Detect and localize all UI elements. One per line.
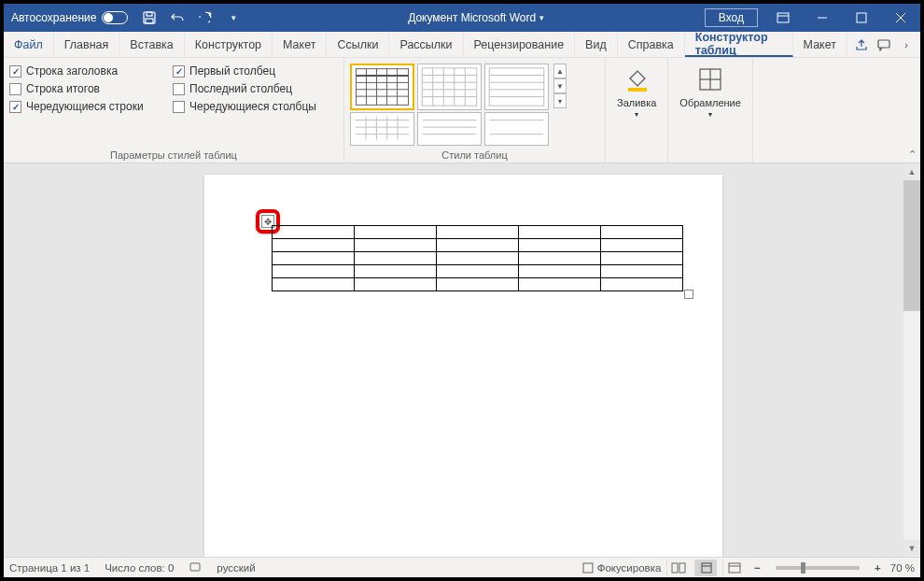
zoom-in-icon[interactable]: + xyxy=(871,562,885,574)
gallery-up-icon[interactable]: ▲ xyxy=(553,64,567,78)
table-style-thumb[interactable] xyxy=(417,112,482,146)
tab-table-design[interactable]: Конструктор таблиц xyxy=(685,32,793,57)
svg-rect-51 xyxy=(672,563,678,573)
check-last-col[interactable]: Последний столбец xyxy=(173,82,316,95)
autosave-toggle[interactable] xyxy=(102,11,128,24)
tab-mailings[interactable]: Рассылки xyxy=(389,32,463,57)
ribbon-display-icon[interactable] xyxy=(763,4,803,32)
group-shading: Заливка ▾ xyxy=(606,58,668,163)
checkbox-icon xyxy=(173,83,185,95)
table-style-thumb[interactable] xyxy=(350,112,414,146)
redo-icon[interactable] xyxy=(191,4,219,32)
ribbon-tabs: Файл Главная Вставка Конструктор Макет С… xyxy=(4,32,920,58)
borders-icon xyxy=(694,64,726,95)
shading-button[interactable]: Заливка ▾ xyxy=(611,62,662,161)
close-icon[interactable] xyxy=(881,4,920,32)
group-table-styles: ▲ ▼ ▾ Стили таблиц xyxy=(344,58,606,163)
svg-rect-6 xyxy=(857,13,866,22)
svg-rect-2 xyxy=(146,19,153,23)
table-styles-gallery[interactable]: ▲ ▼ ▾ xyxy=(350,62,599,110)
table-row[interactable] xyxy=(273,252,683,265)
gallery-more-icon[interactable]: ▾ xyxy=(553,93,567,108)
tab-insert[interactable]: Вставка xyxy=(119,32,184,57)
check-total-row[interactable]: Строка итогов xyxy=(9,82,173,95)
scroll-up-icon[interactable]: ▲ xyxy=(903,163,920,180)
undo-icon[interactable] xyxy=(163,4,191,32)
language[interactable]: русский xyxy=(217,562,255,574)
svg-rect-28 xyxy=(489,68,544,106)
check-banded-rows[interactable]: Чередующиеся строки xyxy=(9,100,173,113)
borders-button[interactable]: Обрамление ▾ xyxy=(674,62,747,161)
table-style-thumb[interactable] xyxy=(484,64,549,110)
svg-rect-53 xyxy=(702,563,711,573)
document-table[interactable] xyxy=(272,225,683,291)
svg-rect-52 xyxy=(679,563,685,573)
scroll-down-icon[interactable]: ▼ xyxy=(903,540,920,557)
gallery-scroll-controls: ▲ ▼ ▾ xyxy=(553,64,567,108)
spellcheck-icon[interactable] xyxy=(189,560,202,575)
zoom-slider[interactable] xyxy=(776,566,860,570)
qat-dropdown-icon[interactable]: ▾ xyxy=(219,4,247,32)
quick-access-toolbar: ▾ xyxy=(135,4,247,32)
gallery-down-icon[interactable]: ▼ xyxy=(553,78,567,93)
zoom-value[interactable]: 70 % xyxy=(890,562,915,574)
table-row[interactable] xyxy=(273,278,683,291)
table-row[interactable] xyxy=(273,226,683,239)
svg-rect-3 xyxy=(777,13,789,22)
table-style-thumb[interactable] xyxy=(417,64,482,110)
svg-rect-1 xyxy=(147,12,152,16)
maximize-icon[interactable] xyxy=(842,4,881,32)
comments-icon[interactable] xyxy=(874,35,894,55)
ribbon-collapse-icon[interactable]: ⌃ xyxy=(908,149,917,161)
title-dropdown-icon[interactable]: ▾ xyxy=(539,13,544,22)
document-area: ✥ ▲ ▼ xyxy=(4,163,920,557)
table-row[interactable] xyxy=(273,265,683,278)
checkbox-icon xyxy=(9,101,21,113)
tabs-scroll-icon[interactable]: › xyxy=(896,35,917,55)
checkbox-icon xyxy=(173,65,185,78)
share-icon[interactable] xyxy=(851,35,872,55)
chevron-down-icon: ▾ xyxy=(635,110,638,119)
word-count[interactable]: Число слов: 0 xyxy=(105,562,174,574)
check-banded-cols[interactable]: Чередующиеся столбцы xyxy=(173,100,316,113)
tab-help[interactable]: Справка xyxy=(618,32,685,57)
tab-review[interactable]: Рецензирование xyxy=(464,32,576,57)
group-label: Стили таблиц xyxy=(350,149,599,161)
autosave-label: Автосохранение xyxy=(11,11,96,24)
tab-references[interactable]: Ссылки xyxy=(327,32,389,57)
bucket-icon xyxy=(621,64,652,95)
svg-rect-10 xyxy=(356,69,408,106)
svg-rect-50 xyxy=(583,563,593,573)
autosave-area: Автосохранение xyxy=(4,11,135,24)
tab-layout[interactable]: Макет xyxy=(273,32,327,57)
check-header-row[interactable]: Строка заголовка xyxy=(9,64,173,78)
group-table-style-options: Строка заголовка Строка итогов Чередующи… xyxy=(4,58,344,163)
table-row[interactable] xyxy=(273,239,683,252)
chevron-down-icon: ▾ xyxy=(708,110,712,119)
save-icon[interactable] xyxy=(135,4,163,32)
scrollbar-thumb[interactable] xyxy=(903,180,920,311)
tab-file[interactable]: Файл xyxy=(4,32,54,57)
tab-design[interactable]: Конструктор xyxy=(185,32,273,57)
table-style-thumb[interactable] xyxy=(350,64,414,110)
zoom-out-icon[interactable]: − xyxy=(750,562,764,574)
vertical-scrollbar[interactable]: ▲ ▼ xyxy=(903,163,920,557)
web-layout-icon[interactable] xyxy=(722,560,745,576)
page-info[interactable]: Страница 1 из 1 xyxy=(9,562,90,574)
document-page[interactable]: ✥ xyxy=(204,175,722,557)
status-bar: Страница 1 из 1 Число слов: 0 русский Фо… xyxy=(4,557,920,577)
tab-view[interactable]: Вид xyxy=(575,32,618,57)
table-style-thumb[interactable] xyxy=(484,112,549,146)
read-mode-icon[interactable] xyxy=(666,560,689,576)
checkbox-icon xyxy=(9,65,21,78)
print-layout-icon[interactable] xyxy=(694,560,717,576)
ribbon: Строка заголовка Строка итогов Чередующи… xyxy=(4,58,920,163)
focus-mode-icon[interactable]: Фокусировка xyxy=(582,562,662,574)
login-button[interactable]: Вход xyxy=(705,8,758,27)
minimize-icon[interactable] xyxy=(803,4,842,32)
tab-table-layout[interactable]: Макет xyxy=(793,32,847,57)
svg-rect-45 xyxy=(628,88,647,92)
check-first-col[interactable]: Первый столбец xyxy=(173,64,316,78)
tab-home[interactable]: Главная xyxy=(54,32,120,57)
table-resize-handle[interactable] xyxy=(684,290,693,299)
